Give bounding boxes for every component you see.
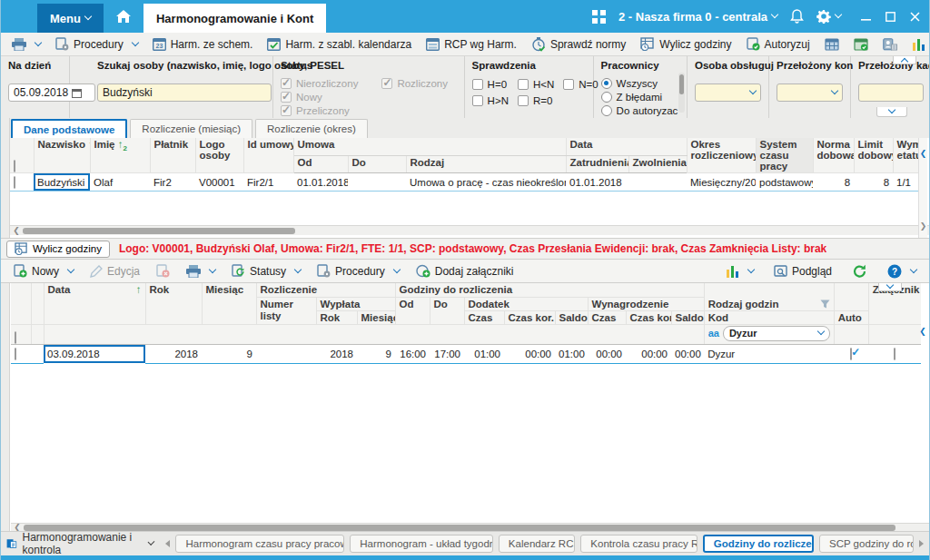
collapse-toolbar-button[interactable]: [893, 56, 916, 64]
pracownicy-wszyscy-radio[interactable]: [601, 78, 612, 89]
szukaj-input[interactable]: Budzyński: [97, 84, 272, 102]
collapse-left-icon[interactable]: ❮: [920, 149, 927, 158]
status-przeliczony-checkbox[interactable]: [281, 105, 292, 116]
col-auto[interactable]: Auto: [834, 310, 868, 324]
cell-imie[interactable]: Olaf: [90, 173, 150, 192]
module-selector[interactable]: Harmonogramowanie i kontrola: [6, 531, 160, 556]
sprawdzenia-r0-checkbox[interactable]: [518, 95, 529, 106]
colgroup-rozliczenie[interactable]: Rozliczenie: [256, 283, 395, 297]
sprawdzenia-h0-checkbox[interactable]: [472, 79, 483, 90]
hours-row[interactable]: 03.09.2018 2018 9 2018 9 16:00 17:00 01:…: [11, 344, 921, 363]
colgroup-rodzaj-godzin[interactable]: Rodzaj godzin: [704, 283, 834, 310]
tab-rozliczenie-okres[interactable]: Rozliczenie (okres): [255, 119, 368, 138]
col-wym-etatu[interactable]: Wym etatu: [893, 138, 920, 173]
col-umowa-rodzaj[interactable]: Rodzaj: [406, 155, 566, 172]
col-do[interactable]: Do: [430, 297, 464, 324]
wylicz-godziny-button[interactable]: Wylicz godziny: [635, 35, 737, 53]
colgroup-wyplata[interactable]: Wypłata: [316, 297, 395, 310]
sprawdzenia-hgtn-checkbox[interactable]: [472, 95, 483, 106]
pracownicy-z-bledami-radio[interactable]: [601, 92, 612, 103]
cell-dodatek-czas-kor[interactable]: 00:00: [504, 344, 555, 363]
calendar-approve-button[interactable]: [848, 35, 874, 53]
cell-do[interactable]: [348, 173, 406, 192]
hours-refresh-button[interactable]: [846, 262, 873, 280]
expand-right-icon[interactable]: ❯: [920, 221, 927, 231]
col-kod[interactable]: Kod: [704, 310, 834, 324]
hours-print-button[interactable]: [181, 263, 221, 280]
col-okres-rozliczeniowy[interactable]: Okres rozliczeniowy: [687, 138, 756, 173]
przelozony-kad-input[interactable]: [858, 84, 924, 102]
print-button[interactable]: [6, 36, 46, 53]
menu-button[interactable]: Menu: [37, 4, 104, 33]
cell-okres[interactable]: Miesięczny/201: [687, 173, 756, 192]
scroll-left-arrow[interactable]: ❮: [10, 226, 23, 236]
col-wyplata-miesiac[interactable]: Miesiąc: [357, 310, 395, 324]
cell-wyplata-rok[interactable]: 2018: [316, 344, 357, 363]
pracownicy-scrollbar[interactable]: [678, 73, 685, 113]
cell-kod[interactable]: Dyzur: [704, 344, 834, 363]
autoryzuj-button[interactable]: Autoryzuj: [741, 35, 816, 53]
colgroup-wynagrodzenie[interactable]: Wynagrodzenie: [588, 297, 704, 310]
select-all-checkbox[interactable]: [14, 160, 15, 172]
cell-numer-listy[interactable]: [256, 344, 316, 363]
col-data-zwolnienia[interactable]: Zwolnienia: [628, 155, 687, 172]
col-data-zatrudnienia[interactable]: Zatrudnienia: [566, 155, 628, 172]
col-platnik[interactable]: Płatnik: [150, 138, 195, 173]
col-limit-dobowy[interactable]: Limit dobowy: [854, 138, 893, 173]
pracownicy-do-autoryzacji-radio[interactable]: [601, 105, 612, 116]
hours-column-collapse[interactable]: ❮: [918, 290, 927, 372]
procedury-button[interactable]: Procedury: [50, 35, 143, 53]
col-dodatek-czas[interactable]: Czas: [464, 310, 504, 324]
col-dodatek-czas-kor[interactable]: Czas kor.: [504, 310, 555, 324]
bottom-tab-harmonogram-czasu-pracy[interactable]: Harmonogram czasu pracy pracowników: [175, 535, 344, 553]
col-dodatek-saldo[interactable]: Saldo: [555, 310, 588, 324]
cell-od[interactable]: 16:00: [395, 344, 430, 363]
cell-wyplata-miesiac[interactable]: 9: [357, 344, 395, 363]
col-numer-listy[interactable]: Numer listy: [256, 297, 316, 324]
sprawdz-normy-button[interactable]: Sprawdź normy: [526, 35, 631, 54]
col-norma-dobowa[interactable]: Norma dobowa: [813, 138, 854, 173]
tab-dane-podstawowe[interactable]: Dane podstawowe: [11, 119, 127, 138]
employees-hscrollbar[interactable]: ❮: [10, 225, 930, 235]
rcp-wg-harm-button[interactable]: RCP wg Harm.: [420, 35, 522, 53]
cell-zwolnienia[interactable]: [628, 173, 687, 192]
col-wynagrodzenie-czas-kor[interactable]: Czas kor.: [626, 310, 671, 324]
collapse-filter-button[interactable]: [876, 107, 907, 117]
sprawdzenia-n0-checkbox[interactable]: [563, 79, 574, 90]
bottom-tab-kontrola-czasu-pracy-rcp[interactable]: Kontrola czasu pracy RCP: [580, 535, 697, 553]
hours-help-button[interactable]: ?: [882, 262, 922, 280]
col-nazwisko[interactable]: Nazwisko ↑1: [34, 138, 90, 173]
hours-select-all-checkbox[interactable]: [15, 331, 16, 344]
cell-id-umowy[interactable]: Fir2/1: [243, 173, 293, 192]
col-wynagrodzenie-saldo[interactable]: Saldo: [671, 310, 704, 324]
col-wyplata-rok[interactable]: Rok: [316, 310, 357, 324]
cell-dodatek-czas[interactable]: 01:00: [464, 344, 504, 363]
cell-limit[interactable]: 8: [854, 173, 893, 192]
colgroup-data[interactable]: Data: [566, 138, 687, 155]
auto-checkbox[interactable]: [850, 348, 852, 360]
scroll-thumb[interactable]: [24, 525, 895, 531]
scroll-thumb[interactable]: [23, 228, 295, 234]
cell-wym[interactable]: 1/1: [893, 173, 920, 192]
col-wynagrodzenie-czas[interactable]: Czas: [588, 310, 626, 324]
cell-system[interactable]: podstawowy: [756, 173, 813, 192]
home-button[interactable]: [104, 0, 143, 33]
col-data[interactable]: Data ↑: [44, 283, 145, 324]
close-icon[interactable]: [910, 12, 920, 22]
col-umowa-od[interactable]: Od: [293, 155, 348, 172]
na-dzien-input[interactable]: 05.09.2018: [8, 84, 95, 102]
nowy-button[interactable]: Nowy: [8, 262, 79, 280]
bottom-tab-harmonogram-uklad-tygodniowy[interactable]: Harmonogram - układ tygodniowy: [350, 535, 493, 553]
delete-button[interactable]: [151, 262, 175, 280]
colgroup-umowa[interactable]: Umowa: [293, 138, 566, 155]
cell-nazwisko[interactable]: Budzyński: [34, 173, 90, 192]
bell-icon[interactable]: [790, 9, 804, 24]
cell-od[interactable]: 01.01.2018: [293, 173, 348, 192]
bottom-tab-scp-godziny[interactable]: SCP godziny do rozl: [819, 535, 914, 553]
bottom-tab-godziny-do-rozliczenia[interactable]: Godziny do rozliczenia: [703, 535, 814, 553]
status-nierozliczony-checkbox[interactable]: [281, 78, 292, 89]
col-umowa-do[interactable]: Do: [348, 155, 406, 172]
zalacznik-checkbox[interactable]: [894, 348, 895, 360]
cell-rodzaj[interactable]: Umowa o pracę - czas nieokreślony: [406, 173, 566, 192]
colgroup-dodatek[interactable]: Dodatek: [464, 297, 588, 310]
